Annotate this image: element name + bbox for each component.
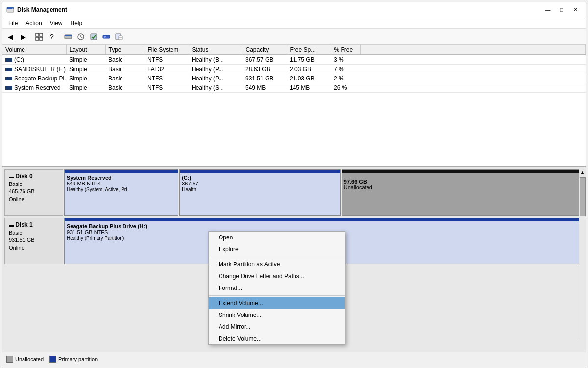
partition-size-sysreserved: 549 MB NTFS	[67, 181, 176, 186]
minimize-button[interactable]: —	[541, 5, 554, 15]
toolbar-separator-1	[31, 32, 31, 42]
partition-name-c: (C:)	[182, 175, 338, 181]
legend-primary: Primary partition	[49, 356, 98, 363]
svg-rect-6	[40, 37, 43, 40]
cell-fs: NTFS	[145, 74, 189, 83]
context-menu: OpenExploreMark Partition as ActiveChang…	[208, 231, 345, 345]
disk-0-partition-sysreserved[interactable]: System Reserved 549 MB NTFS Healthy (Sys…	[64, 169, 178, 216]
context-menu-item[interactable]: Explore	[209, 243, 345, 255]
col-header-status[interactable]: Status	[189, 45, 243, 55]
context-menu-item[interactable]: Delete Volume...	[209, 333, 345, 344]
col-header-layout[interactable]: Layout	[66, 45, 105, 55]
disk-management-window: Disk Management — □ ✕ File Action View H…	[2, 2, 586, 366]
cell-layout: Simple	[66, 65, 105, 74]
context-menu-item[interactable]: Extend Volume...	[209, 297, 345, 309]
menu-bar: File Action View Help	[2, 17, 586, 29]
legend-box-primary	[49, 356, 56, 363]
toolbar-btn-5[interactable]	[88, 31, 99, 43]
window-title: Disk Management	[17, 6, 67, 13]
cell-layout: Simple	[66, 83, 105, 93]
context-menu-item[interactable]: Shrink Volume...	[209, 309, 345, 321]
context-menu-separator	[209, 257, 345, 257]
cell-pct: 2 %	[331, 74, 360, 83]
toolbar-btn-3[interactable]	[62, 31, 74, 43]
menu-file[interactable]: File	[4, 19, 22, 27]
cell-capacity: 28.63 GB	[243, 65, 287, 74]
disk-1-label: ▬ Disk 1 Basic931.51 GBOnline	[4, 218, 63, 264]
window-controls: — □ ✕	[541, 5, 582, 15]
col-header-pct[interactable]: % Free	[331, 45, 360, 55]
partition-status-sysreserved: Healthy (System, Active, Pri	[67, 187, 176, 192]
app-icon	[6, 6, 14, 14]
toolbar-btn-6[interactable]	[100, 31, 112, 43]
title-left: Disk Management	[6, 6, 67, 14]
context-menu-item[interactable]: Mark Partition as Active	[209, 259, 345, 270]
show-all-button[interactable]	[33, 31, 45, 43]
cell-free: 21.03 GB	[287, 74, 331, 83]
cell-fs: FAT32	[145, 65, 189, 74]
legend-label-primary: Primary partition	[58, 356, 98, 362]
scrollbar-track[interactable]: ▲	[579, 167, 586, 338]
table-row[interactable]: (C:) Simple Basic NTFS Healthy (B... 367…	[2, 55, 586, 65]
cell-volume: SANDISKULTR (F:)	[2, 65, 66, 74]
context-menu-separator	[209, 295, 345, 296]
cell-capacity: 931.51 GB	[243, 74, 287, 83]
cell-extra	[360, 74, 586, 83]
disk-0-info: Basic465.76 GBOnline	[9, 181, 59, 203]
col-header-volume[interactable]: Volume	[2, 45, 66, 55]
col-header-capacity[interactable]: Capacity	[243, 45, 287, 55]
cell-fs: NTFS	[145, 55, 189, 65]
back-button[interactable]: ◀	[4, 31, 16, 43]
cell-volume: (C:)	[2, 55, 66, 65]
cell-layout: Simple	[66, 55, 105, 65]
col-header-type[interactable]: Type	[105, 45, 145, 55]
context-menu-item[interactable]: Add Mirror...	[209, 321, 345, 333]
cell-type: Basic	[105, 74, 145, 83]
disk-0-name: ▬ Disk 0	[9, 173, 59, 180]
cell-type: Basic	[105, 65, 145, 74]
scrollbar-thumb[interactable]	[580, 177, 586, 216]
svg-rect-8	[65, 35, 72, 36]
cell-free: 145 MB	[287, 83, 331, 93]
maximize-button[interactable]: □	[555, 5, 568, 15]
legend-box-unallocated	[6, 356, 13, 363]
context-menu-item[interactable]: Change Drive Letter and Paths...	[209, 270, 345, 282]
table-row[interactable]: SANDISKULTR (F:) Simple Basic FAT32 Heal…	[2, 65, 586, 74]
cell-pct: 26 %	[331, 83, 360, 93]
disk-0-partition-unallocated[interactable]: 97.66 GB Unallocated	[342, 169, 584, 216]
unallocated-size: 97.66 GB	[344, 179, 581, 184]
disk-view-pane: ▬ Disk 0 Basic465.76 GBOnline System Res…	[2, 167, 586, 352]
disk-0-partitions: System Reserved 549 MB NTFS Healthy (Sys…	[64, 169, 584, 216]
col-header-free[interactable]: Free Sp...	[287, 45, 331, 55]
partition-size-c: 367.57	[182, 181, 338, 186]
cell-status: Healthy (P...	[189, 65, 243, 74]
title-bar: Disk Management — □ ✕	[2, 2, 586, 17]
cell-free: 2.03 GB	[287, 65, 331, 74]
menu-help[interactable]: Help	[67, 19, 87, 27]
menu-action[interactable]: Action	[22, 19, 46, 27]
disk-0-partition-c[interactable]: (C:) 367.57 Health	[179, 169, 341, 216]
svg-rect-4	[40, 33, 43, 36]
menu-view[interactable]: View	[46, 19, 67, 27]
cell-extra	[360, 83, 586, 93]
help-button[interactable]: ?	[46, 31, 58, 43]
scroll-up-button[interactable]: ▲	[579, 167, 586, 177]
col-header-fs[interactable]: File System	[145, 45, 189, 55]
context-menu-item[interactable]: Format...	[209, 282, 345, 294]
unallocated-label: Unallocated	[344, 184, 581, 190]
cell-extra	[360, 65, 586, 74]
partition-name-seagate: Seagate Backup Plus Drive (H:)	[67, 223, 581, 229]
table-row[interactable]: Seagate Backup Pl... Simple Basic NTFS H…	[2, 74, 586, 83]
toolbar-btn-4[interactable]	[75, 31, 87, 43]
table-row[interactable]: System Reserved Simple Basic NTFS Health…	[2, 83, 586, 93]
cell-pct: 3 %	[331, 55, 360, 65]
cell-capacity: 367.57 GB	[243, 55, 287, 65]
cell-type: Basic	[105, 83, 145, 93]
toolbar: ◀ ▶ ?	[2, 29, 586, 45]
toolbar-btn-7[interactable]	[113, 31, 125, 43]
forward-button[interactable]: ▶	[17, 31, 29, 43]
svg-rect-3	[36, 33, 39, 36]
context-menu-item[interactable]: Open	[209, 232, 345, 243]
volume-list-pane: Volume Layout Type File System Status Ca…	[2, 45, 586, 167]
close-button[interactable]: ✕	[569, 5, 582, 15]
